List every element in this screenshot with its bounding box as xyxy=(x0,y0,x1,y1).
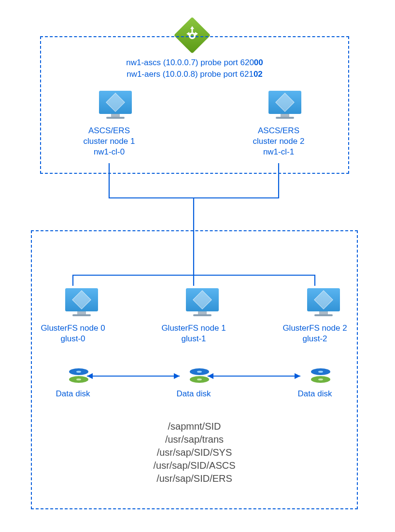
path-line: /usr/sap/SID/SYS xyxy=(31,446,358,459)
path-line: /sapmnt/SID xyxy=(31,420,358,433)
disk-replication-arrows xyxy=(0,0,395,434)
sap-paths-list: /sapmnt/SID /usr/sap/trans /usr/sap/SID/… xyxy=(31,420,358,485)
path-line: /usr/sap/SID/ERS xyxy=(31,472,358,485)
path-line: /usr/sap/SID/ASCS xyxy=(31,459,358,472)
path-line: /usr/sap/trans xyxy=(31,433,358,446)
